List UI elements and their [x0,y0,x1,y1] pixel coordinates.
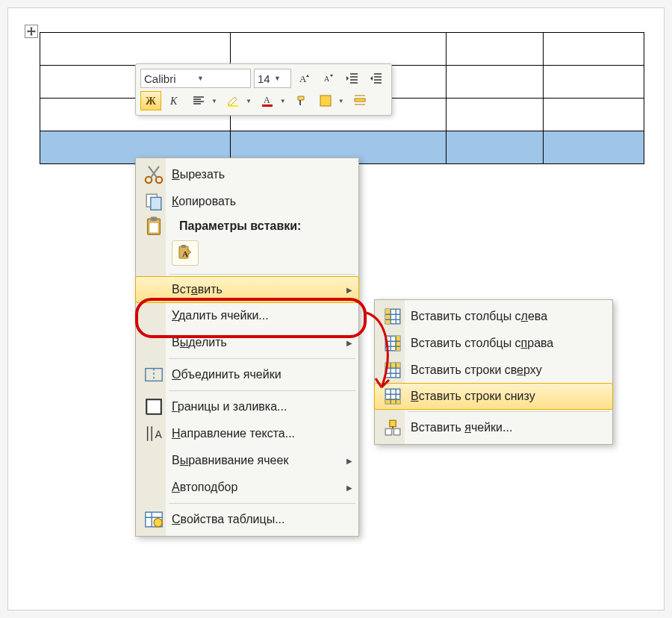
svg-text:A: A [182,249,188,258]
menu-label: Выравнивание ячеек [172,454,342,467]
font-name-combo[interactable]: Calibri ▼ [140,69,251,88]
menu-borders-shading[interactable]: Границы и заливка... [136,393,358,420]
shrink-font-button[interactable]: A [318,69,339,88]
copy-icon [143,193,164,210]
svg-rect-4 [228,105,238,107]
svg-rect-12 [151,197,161,210]
menu-cut[interactable]: Вырезать [136,161,358,188]
chevron-down-icon[interactable]: ▼ [194,75,247,82]
align-button[interactable] [188,91,209,110]
insert-row-button[interactable] [349,91,370,110]
chevron-down-icon[interactable]: ▼ [278,98,288,104]
menu-label: Вставить ячейки... [411,421,606,434]
document-area: Calibri ▼ 14 ▼ A A Ж К ▼ ▼ A▼ ▼ [7,7,665,611]
svg-rect-14 [151,216,157,221]
chevron-down-icon[interactable]: ▼ [336,98,346,104]
submenu-insert-cols-left[interactable]: Вставить столбцы слева [375,303,612,330]
table-move-handle-icon[interactable] [25,25,38,38]
svg-rect-34 [385,428,391,434]
menu-label: Вставить строки снизу [411,390,606,403]
insert-row-above-icon [382,362,403,378]
shading-button[interactable] [315,91,336,110]
menu-table-properties[interactable]: Свойства таблицы... [136,506,358,533]
paste-options-label: Параметры вставки: [179,219,301,233]
submenu-arrow-icon: ▶ [346,339,352,347]
menu-label: Границы и заливка... [172,400,352,413]
submenu-insert-rows-below[interactable]: Вставить строки снизу [374,383,613,410]
svg-rect-20 [146,399,161,414]
svg-rect-30 [385,363,400,368]
paste-icon [143,218,164,234]
bold-button[interactable]: Ж [140,91,161,110]
chevron-down-icon[interactable]: ▼ [271,75,287,82]
menu-label: Вставить [172,283,342,296]
borders-icon [143,399,164,415]
menu-label: Выделить [172,336,342,349]
font-color-button[interactable]: A [257,91,278,110]
svg-rect-33 [390,420,396,426]
menu-label: Автоподбор [172,481,342,494]
paste-option-keep-source[interactable]: A [172,240,199,266]
menu-delete-cells[interactable]: Удалить ячейки... [136,302,358,329]
mini-toolbar: Calibri ▼ 14 ▼ A A Ж К ▼ ▼ A▼ ▼ [135,63,392,116]
menu-label: Вставить столбцы справа [411,337,606,350]
menu-label: Удалить ячейки... [172,309,352,322]
context-menu: Вырезать Копировать Параметры вставки: A… [135,157,359,537]
menu-label: Свойства таблицы... [172,513,352,526]
highlight-button[interactable] [223,91,243,110]
menu-cell-alignment[interactable]: Выравнивание ячеек ▶ [136,447,358,474]
svg-rect-15 [149,223,158,233]
grow-font-button[interactable]: A [294,69,315,88]
format-painter-button[interactable] [291,91,312,110]
chevron-down-icon[interactable]: ▼ [243,98,254,104]
svg-text:A: A [324,75,330,83]
submenu-arrow-icon: ▶ [346,457,352,465]
menu-copy[interactable]: Копировать [136,188,358,215]
submenu-insert-cols-right[interactable]: Вставить столбцы справа [375,330,612,357]
chevron-down-icon[interactable]: ▼ [209,98,220,104]
menu-text-direction[interactable]: A Направление текста... [136,420,358,447]
text-direction-icon: A [143,425,164,442]
svg-text:К: К [169,96,178,107]
insert-cells-icon [382,419,403,436]
table-properties-icon [143,511,164,528]
insert-row-below-icon [382,388,403,405]
menu-label: Направление текста... [172,427,352,440]
menu-label: Копировать [172,195,352,208]
svg-text:A: A [155,428,162,440]
italic-button[interactable]: К [164,91,185,110]
menu-select[interactable]: Выделить ▶ [136,329,358,356]
svg-text:Ж: Ж [146,96,156,107]
svg-rect-35 [393,428,399,434]
svg-rect-8 [355,99,365,102]
insert-submenu: Вставить столбцы слева Вставить столбцы … [374,299,613,445]
menu-autofit[interactable]: Автоподбор ▶ [136,474,358,501]
increase-indent-button[interactable] [366,69,387,88]
submenu-arrow-icon: ▶ [346,484,352,492]
insert-column-left-icon [382,308,403,325]
menu-label: Вырезать [172,168,352,181]
svg-text:A: A [299,73,307,84]
cut-icon [143,166,164,183]
merge-cells-icon [143,366,164,383]
insert-column-right-icon [382,335,403,352]
svg-point-24 [154,519,162,527]
submenu-arrow-icon: ▶ [346,286,352,294]
svg-rect-6 [262,104,273,107]
font-size-combo[interactable]: 14 ▼ [254,69,291,88]
submenu-insert-rows-above[interactable]: Вставить строки сверху [375,357,612,384]
font-size-value: 14 [258,72,271,85]
menu-merge-cells[interactable]: Объединить ячейки [136,361,358,388]
svg-rect-26 [385,309,391,324]
menu-insert[interactable]: Вставить ▶ [135,276,359,303]
svg-rect-7 [320,96,331,106]
submenu-insert-cells[interactable]: Вставить ячейки... [375,414,612,441]
menu-label: Объединить ячейки [172,368,352,381]
decrease-indent-button[interactable] [342,69,363,88]
font-name-value: Calibri [144,72,194,85]
menu-label: Вставить столбцы слева [411,310,606,323]
svg-rect-17 [181,245,186,248]
menu-label: Вставить строки сверху [411,363,606,377]
svg-text:A: A [264,95,270,105]
